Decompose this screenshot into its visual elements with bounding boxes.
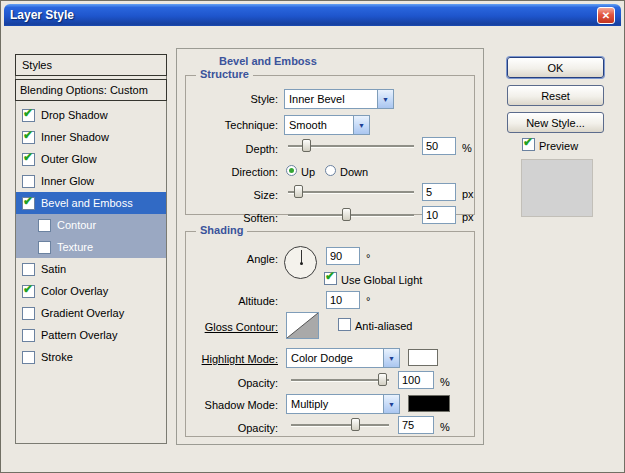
soften-slider-thumb[interactable] [342, 208, 351, 221]
technique-select[interactable]: Smooth [284, 115, 370, 135]
gloss-contour-thumbnail[interactable] [286, 312, 319, 339]
sidebar-item-label: Satin [41, 263, 66, 275]
soften-slider[interactable] [288, 208, 414, 222]
chevron-down-icon[interactable] [383, 395, 399, 413]
styles-header[interactable]: Styles [15, 54, 167, 76]
shadow-mode-value: Multiply [287, 398, 383, 410]
blending-options-label: Blending Options: Custom [20, 84, 148, 96]
bevel-emboss-checkbox-icon[interactable] [22, 197, 35, 210]
size-slider[interactable] [288, 185, 414, 199]
highlight-mode-value: Color Dodge [287, 352, 383, 364]
chevron-down-icon[interactable] [383, 349, 399, 367]
sidebar-item-label: Drop Shadow [41, 109, 108, 121]
sidebar-item-texture[interactable]: Texture [16, 236, 166, 258]
shadow-opacity-thumb[interactable] [351, 418, 360, 431]
angle-dial[interactable] [284, 246, 317, 279]
highlight-color-swatch[interactable] [408, 349, 438, 366]
depth-slider[interactable] [288, 139, 414, 153]
slider-track [291, 379, 389, 381]
sidebar-item-satin[interactable]: Satin [16, 258, 166, 280]
sidebar-item-drop-shadow[interactable]: Drop Shadow [16, 104, 166, 126]
chevron-down-icon[interactable] [377, 90, 393, 108]
sidebar-item-outer-glow[interactable]: Outer Glow [16, 148, 166, 170]
styles-header-label: Styles [22, 59, 52, 71]
highlight-opacity-slider[interactable] [291, 373, 389, 387]
anti-aliased-checkbox[interactable] [338, 318, 351, 331]
pattern-overlay-checkbox-icon[interactable] [22, 329, 35, 342]
sidebar-item-label: Pattern Overlay [41, 329, 117, 341]
depth-input[interactable] [422, 137, 456, 155]
size-slider-thumb[interactable] [294, 185, 303, 198]
chevron-down-icon[interactable] [353, 116, 369, 134]
sidebar-item-stroke[interactable]: Stroke [16, 346, 166, 368]
size-input[interactable] [422, 183, 456, 201]
shadow-opacity-slider[interactable] [291, 418, 389, 432]
highlight-opacity-thumb[interactable] [378, 373, 387, 386]
satin-checkbox-icon[interactable] [22, 263, 35, 276]
slider-track [288, 191, 414, 193]
direction-up-radio[interactable] [286, 165, 297, 176]
anti-aliased-label: Anti-aliased [355, 320, 412, 332]
gloss-contour-label: Gloss Contour: [186, 321, 278, 333]
style-value: Inner Bevel [285, 93, 377, 105]
soften-input[interactable] [422, 206, 456, 224]
shadow-opacity-label: Opacity: [186, 422, 278, 434]
structure-legend: Structure [196, 68, 253, 80]
slider-track [288, 214, 414, 216]
slider-track [291, 424, 389, 426]
blending-options-item[interactable]: Blending Options: Custom [15, 79, 167, 101]
sidebar-item-label: Inner Glow [41, 175, 94, 187]
drop-shadow-checkbox-icon[interactable] [22, 109, 35, 122]
contour-curve [287, 313, 318, 338]
styles-list: Drop Shadow Inner Shadow Outer Glow Inne… [16, 104, 166, 368]
sidebar-item-label: Gradient Overlay [41, 307, 124, 319]
highlight-opacity-input[interactable] [398, 371, 434, 389]
technique-label: Technique: [186, 119, 278, 131]
color-overlay-checkbox-icon[interactable] [22, 285, 35, 298]
bevel-emboss-panel: Bevel and Emboss Structure Style: Inner … [176, 48, 484, 445]
sidebar-item-label: Inner Shadow [41, 131, 109, 143]
contour-checkbox-icon[interactable] [38, 219, 51, 232]
altitude-input[interactable] [326, 291, 360, 309]
shadow-opacity-input[interactable] [398, 416, 434, 434]
outer-glow-checkbox-icon[interactable] [22, 153, 35, 166]
highlight-opacity-label: Opacity: [186, 377, 278, 389]
styles-panel: Styles Blending Options: Custom Drop Sha… [15, 54, 167, 444]
sidebar-item-contour[interactable]: Contour [16, 214, 166, 236]
depth-slider-thumb[interactable] [302, 139, 311, 152]
sidebar-item-inner-shadow[interactable]: Inner Shadow [16, 126, 166, 148]
style-label: Style: [186, 93, 278, 105]
sidebar-item-color-overlay[interactable]: Color Overlay [16, 280, 166, 302]
preview-checkbox[interactable] [522, 138, 535, 151]
direction-label: Direction: [186, 166, 278, 178]
angle-input[interactable] [326, 247, 360, 265]
shadow-opacity-unit: % [440, 421, 450, 433]
preview-swatch [521, 159, 593, 217]
structure-group: Structure Style: Inner Bevel Technique: … [185, 75, 475, 215]
sidebar-item-gradient-overlay[interactable]: Gradient Overlay [16, 302, 166, 324]
highlight-mode-select[interactable]: Color Dodge [286, 348, 400, 368]
depth-unit: % [462, 142, 472, 154]
sidebar-item-pattern-overlay[interactable]: Pattern Overlay [16, 324, 166, 346]
close-button[interactable]: ✕ [597, 7, 615, 24]
technique-value: Smooth [285, 119, 353, 131]
stroke-checkbox-icon[interactable] [22, 351, 35, 364]
reset-button[interactable]: Reset [507, 85, 604, 106]
sidebar-item-inner-glow[interactable]: Inner Glow [16, 170, 166, 192]
new-style-button[interactable]: New Style... [507, 112, 604, 133]
direction-down-label: Down [340, 166, 368, 178]
style-select[interactable]: Inner Bevel [284, 89, 394, 109]
ok-button[interactable]: OK [507, 57, 604, 78]
sidebar-item-label: Texture [57, 241, 93, 253]
size-unit: px [462, 188, 474, 200]
use-global-light-checkbox[interactable] [324, 272, 337, 285]
direction-down-radio[interactable] [325, 165, 336, 176]
gradient-overlay-checkbox-icon[interactable] [22, 307, 35, 320]
shading-group: Shading Angle: ° Use Global Light Altitu… [185, 231, 475, 437]
inner-glow-checkbox-icon[interactable] [22, 175, 35, 188]
shadow-mode-select[interactable]: Multiply [286, 394, 400, 414]
shadow-color-swatch[interactable] [408, 395, 450, 412]
inner-shadow-checkbox-icon[interactable] [22, 131, 35, 144]
sidebar-item-bevel-and-emboss[interactable]: Bevel and Emboss [16, 192, 166, 214]
texture-checkbox-icon[interactable] [38, 241, 51, 254]
